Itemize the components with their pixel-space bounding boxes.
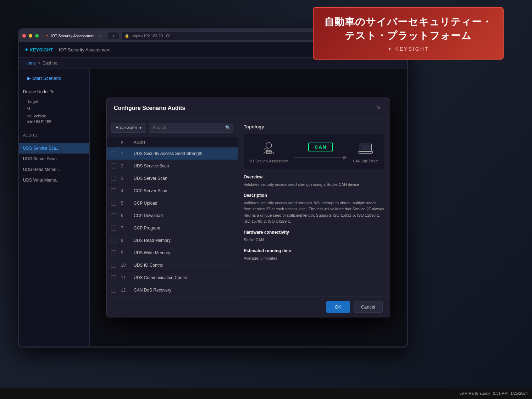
audit-num-3: 3 [121,176,134,181]
browser-tab-iot[interactable]: ✦ IOT Security Assessment × [41,32,105,39]
audit-checkbox-9[interactable] [111,250,116,255]
tab-close-icon[interactable]: × [99,34,101,38]
audit-name-8: UDS Read Memory [134,238,233,243]
search-input[interactable] [149,123,233,133]
audit-row-5[interactable]: 5 CCP Upload [107,197,238,210]
audit-name-9: UDS Write Memory [134,250,233,255]
vehicle-value: icle UN R 155 [23,119,85,124]
date: 1/25/2024 [510,391,528,395]
breadcrumb-dashboard: Dashbo... [43,61,61,66]
can-badge: CAN [308,143,333,151]
runtime-section: Estimated running time Average: 5 minute… [244,248,384,262]
audit-name-2: UDS Service Scan [134,164,233,168]
audit-row-3[interactable]: 3 UDS Server Scan [107,172,238,185]
audit-checkbox-12[interactable] [111,288,116,293]
topology-section: Topology [244,124,384,169]
overview-text: Validates security access seed strength … [244,182,384,188]
audit-row-7[interactable]: 7 CCP Program [107,222,238,234]
audit-num-5: 5 [121,201,134,206]
ok-button[interactable]: OK [326,301,350,313]
sidebar-item-uds-read[interactable]: UDS Read Memo... [19,164,89,175]
search-wrapper: 🔍 [149,123,233,133]
tab-label: IOT Security Assessment [51,34,94,38]
audit-row-11[interactable]: 11 UDS Communication Control [107,272,238,284]
app-frame: ✦ KEYSIGHT IOT Security Assessment Updat… [19,42,407,347]
audit-name-11: UDS Communication Control [134,275,233,280]
audit-name-3: UDS Server Scan [134,176,233,181]
sidebar: ▶ Start Scenario Device Under Te... Targ… [19,68,90,347]
hardware-section: Hardware connectivity SocketCAN [244,230,384,243]
browser-close-dot[interactable] [22,34,26,38]
monitor-frame: ✦ IOT Security Assessment × + 🔒 https://… [18,28,408,348]
sign-title-line2: テスト・プラットフォーム [324,29,492,43]
browser-maximize-dot[interactable] [35,34,39,38]
audit-num-2: 2 [121,164,134,168]
app-title: IOT Security Assessment [59,47,111,52]
audit-num-8: 8 [121,238,134,243]
audit-checkbox-11[interactable] [111,275,116,280]
sign-title-line1: 自動車のサイバーセキュリティー・ [324,15,492,29]
audit-checkbox-7[interactable] [111,226,116,231]
topology-label: Topology [244,124,384,129]
svg-rect-3 [265,148,267,150]
target-value: 0 [23,105,85,112]
audit-filter-bar: Breakwater ▾ 🔍 [107,118,238,137]
main-content: Configure Scenario Audits × Breakwater [90,68,407,347]
sidebar-item-uds-write[interactable]: UDS Write Memo... [19,175,89,185]
audit-checkbox-6[interactable] [111,213,116,218]
audit-checkbox-5[interactable] [111,201,116,206]
modal-close-button[interactable]: × [375,104,383,112]
sidebar-item-uds-service[interactable]: UDS Service Sca... [19,143,89,154]
audit-num-10: 10 [121,263,134,268]
hardware-value: SocketCAN [244,237,384,243]
audit-row-10[interactable]: 10 UDS IO Control [107,259,238,272]
modal-body: Breakwater ▾ 🔍 [107,118,390,297]
lock-icon: 🔒 [124,33,129,38]
audit-checkbox-2[interactable] [111,164,116,168]
tab-icon: ✦ [46,34,49,38]
browser-minimize-dot[interactable] [29,34,32,38]
audit-row-8[interactable]: 8 UDS Read Memory [107,234,238,247]
audit-name-7: CCP Program [134,226,233,231]
audits-heading: Audits [19,130,89,139]
audit-num-11: 11 [121,275,134,280]
search-icon: 🔍 [225,125,231,130]
audit-num-12: 12 [121,288,134,293]
audit-checkbox-4[interactable] [111,188,116,193]
audit-row-4[interactable]: 4 CCP Server Scan [107,185,238,197]
audit-num-4: 4 [121,188,134,193]
description-section: Description Validates security access se… [244,193,384,225]
audit-row-12[interactable]: 12 CAN DoS Recovery [107,284,238,297]
audit-row-2[interactable]: 2 UDS Service Scan [107,160,238,172]
description-heading: Description [244,193,384,198]
audit-row-6[interactable]: 6 CCP Download [107,210,238,222]
keysight-brand: ✦ KEYSIGHT [24,47,53,52]
filter-dropdown-button[interactable]: Breakwater ▾ [111,123,146,133]
runtime-heading: Estimated running time [244,248,384,253]
japanese-sign: 自動車のサイバーセキュリティー・ テスト・プラットフォーム ✦ KEYSIGHT [313,7,504,60]
breadcrumb-home[interactable]: Home [24,61,36,66]
topo-target-label: CAN Bus Target [353,159,378,163]
laptop-icon [357,139,375,157]
audit-list-panel: Breakwater ▾ 🔍 [107,118,238,297]
audit-num-7: 7 [121,226,134,231]
audit-row-1[interactable]: 1 UDS Security Access Seed Strength [107,148,238,160]
audit-checkbox-1[interactable] [111,151,116,156]
start-scenario-button[interactable]: ▶ Start Scenario [23,73,85,84]
sidebar-item-uds-server[interactable]: UDS Server Scan [19,154,89,164]
audit-checkbox-10[interactable] [111,263,116,268]
browser-tab-plus[interactable]: + [108,32,119,39]
audit-checkbox-8[interactable] [111,238,116,243]
audit-row-9[interactable]: 9 UDS Write Memory [107,247,238,259]
svg-rect-5 [361,145,371,150]
audit-name-6: CCP Download [134,213,233,218]
hacker-icon [260,139,278,157]
cancel-button[interactable]: Cancel [354,301,383,313]
audit-detail-panel: Topology [238,118,390,297]
description-text: Validates security access seed strength.… [244,200,384,225]
brand-logo: ✦ KEYSIGHT [24,47,53,52]
audit-checkbox-3[interactable] [111,176,116,181]
runtime-value: Average: 5 minutes [244,255,384,262]
audit-name-5: CCP Upload [134,201,233,206]
audit-num-6: 6 [121,213,134,218]
